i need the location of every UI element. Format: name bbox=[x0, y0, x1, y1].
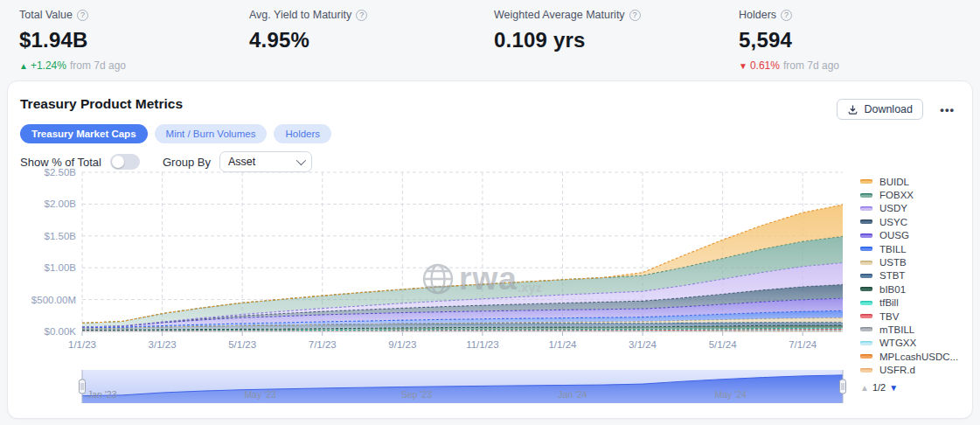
legend-item[interactable]: BUIDL bbox=[860, 175, 958, 188]
chevron-down-icon bbox=[296, 156, 306, 165]
card-title: Treasury Product Metrics bbox=[20, 96, 183, 112]
more-menu-button[interactable]: ••• bbox=[940, 99, 955, 120]
legend-item[interactable]: TBILL bbox=[860, 242, 958, 255]
legend-item[interactable]: USTB bbox=[860, 255, 958, 268]
legend-item[interactable]: mTBILL bbox=[860, 323, 958, 336]
svg-text:7/1/23: 7/1/23 bbox=[309, 339, 337, 350]
legend-item[interactable]: OUSG bbox=[860, 229, 958, 242]
legend-item[interactable]: USYC bbox=[860, 215, 958, 228]
legend-item[interactable]: bIB01 bbox=[860, 282, 958, 296]
svg-text:5/1/23: 5/1/23 bbox=[228, 339, 256, 350]
legend-swatch bbox=[860, 247, 872, 251]
up-arrow-icon: ▲ bbox=[19, 61, 28, 71]
legend-swatch bbox=[860, 354, 872, 359]
delta-value: +1.24% bbox=[31, 59, 66, 72]
legend-swatch bbox=[860, 219, 872, 224]
stat-value: 4.95% bbox=[249, 28, 367, 52]
stat-label: Total Value? bbox=[19, 9, 126, 21]
legend-item[interactable]: MPLcashUSDC... bbox=[860, 350, 958, 363]
stat-value: 0.109 yrs bbox=[494, 28, 641, 52]
legend-item[interactable]: TBV bbox=[860, 310, 958, 323]
chart-legend: BUIDLFOBXXUSDYUSYCOUSGTBILLUSTBSTBTbIB01… bbox=[860, 175, 958, 377]
legend-label: WTGXX bbox=[879, 338, 916, 348]
legend-item[interactable]: STBT bbox=[860, 269, 958, 282]
svg-text:$0.00K: $0.00K bbox=[45, 326, 77, 337]
svg-text:Jan '24: Jan '24 bbox=[558, 389, 587, 400]
legend-swatch bbox=[860, 341, 872, 345]
svg-text:$1.50B: $1.50B bbox=[45, 231, 77, 241]
tab-holders[interactable]: Holders bbox=[274, 124, 331, 143]
stat-holders: Holders? 5,594 ▼0.61%from 7d ago bbox=[739, 9, 839, 72]
svg-text:11/1/23: 11/1/23 bbox=[466, 339, 499, 350]
stat-avg-yield: Avg. Yield to Maturity? 4.95% bbox=[249, 9, 367, 52]
stat-delta: ▼0.61%from 7d ago bbox=[739, 59, 839, 72]
stat-label: Weighted Average Maturity? bbox=[494, 9, 641, 21]
legend-item[interactable]: tfBill bbox=[860, 296, 958, 310]
tab-treasury-market-caps[interactable]: Treasury Market Caps bbox=[20, 124, 148, 143]
legend-swatch bbox=[860, 261, 872, 265]
range-navigator[interactable]: Jan '23May '23Sep '23Jan '24May '24 bbox=[8, 368, 974, 408]
treasury-metrics-card: Treasury Product Metrics Download ••• Tr… bbox=[7, 80, 973, 419]
svg-text:May '23: May '23 bbox=[244, 389, 276, 400]
navigator-handle[interactable] bbox=[80, 380, 86, 394]
svg-text:$2.50B: $2.50B bbox=[45, 167, 77, 178]
stat-delta: ▲+1.24%from 7d ago bbox=[19, 59, 126, 72]
legend-swatch bbox=[860, 206, 872, 211]
legend-label: MPLcashUSDC... bbox=[879, 352, 958, 362]
help-icon[interactable]: ? bbox=[356, 10, 367, 21]
legend-label: USTB bbox=[879, 257, 907, 268]
svg-text:$2.00B: $2.00B bbox=[45, 199, 77, 209]
legend-item[interactable]: USDY bbox=[860, 202, 958, 215]
legend-swatch bbox=[860, 274, 872, 278]
legend-swatch bbox=[860, 179, 872, 184]
legend-label: OUSG bbox=[879, 230, 909, 240]
svg-text:3/1/23: 3/1/23 bbox=[149, 339, 177, 350]
tab-mint-burn-volumes[interactable]: Mint / Burn Volumes bbox=[155, 124, 268, 143]
legend-item[interactable]: WTGXX bbox=[860, 337, 958, 350]
stacked-area-chart[interactable]: $2.50B$2.00B$1.50B$1.00B$500.00M$0.00K1/… bbox=[8, 165, 974, 354]
svg-text:Sep '23: Sep '23 bbox=[401, 389, 432, 400]
stat-value: 5,594 bbox=[739, 28, 839, 52]
help-icon[interactable]: ? bbox=[629, 10, 641, 21]
legend-label: BUIDL bbox=[879, 177, 909, 187]
legend-label: USDY bbox=[879, 203, 907, 213]
svg-text:May '24: May '24 bbox=[715, 389, 747, 400]
stat-label: Avg. Yield to Maturity? bbox=[249, 9, 367, 21]
svg-text:$500.00M: $500.00M bbox=[31, 295, 76, 305]
legend-swatch bbox=[860, 327, 872, 331]
download-button[interactable]: Download bbox=[837, 99, 923, 120]
legend-label: FOBXX bbox=[879, 190, 914, 200]
download-icon bbox=[847, 104, 858, 115]
svg-text:7/1/24: 7/1/24 bbox=[789, 339, 817, 350]
legend-label: USYC bbox=[879, 217, 907, 227]
svg-text:Jan '23: Jan '23 bbox=[87, 389, 117, 400]
delta-value: 0.61% bbox=[750, 59, 780, 72]
legend-label: STBT bbox=[879, 270, 905, 281]
delta-suffix: from 7d ago bbox=[70, 59, 126, 72]
delta-suffix: from 7d ago bbox=[783, 59, 839, 72]
legend-item[interactable]: FOBXX bbox=[860, 188, 958, 201]
tab-bar: Treasury Market Caps Mint / Burn Volumes… bbox=[20, 124, 331, 143]
svg-text:$1.00B: $1.00B bbox=[45, 262, 77, 273]
legend-swatch bbox=[860, 301, 872, 305]
help-icon[interactable]: ? bbox=[781, 10, 792, 21]
legend-label: bIB01 bbox=[879, 284, 906, 295]
svg-text:3/1/24: 3/1/24 bbox=[629, 339, 657, 350]
legend-swatch bbox=[860, 233, 872, 238]
legend-label: tfBill bbox=[879, 297, 899, 308]
down-arrow-icon: ▼ bbox=[739, 61, 747, 71]
help-icon[interactable]: ? bbox=[77, 10, 88, 21]
legend-label: TBV bbox=[879, 311, 899, 322]
svg-text:9/1/23: 9/1/23 bbox=[388, 339, 416, 350]
navigator-handle[interactable] bbox=[840, 380, 846, 394]
stat-label: Holders? bbox=[739, 9, 839, 21]
svg-text:1/1/24: 1/1/24 bbox=[548, 339, 577, 350]
svg-text:5/1/24: 5/1/24 bbox=[709, 339, 738, 350]
stat-weighted-maturity: Weighted Average Maturity? 0.109 yrs bbox=[494, 9, 641, 52]
legend-swatch bbox=[860, 287, 872, 291]
dashboard-page: { "stats": [ { "label": "Total Value", "… bbox=[0, 0, 980, 425]
stat-value: $1.94B bbox=[19, 28, 126, 52]
legend-label: mTBILL bbox=[879, 324, 914, 335]
download-label: Download bbox=[864, 103, 913, 115]
legend-label: TBILL bbox=[879, 244, 907, 254]
